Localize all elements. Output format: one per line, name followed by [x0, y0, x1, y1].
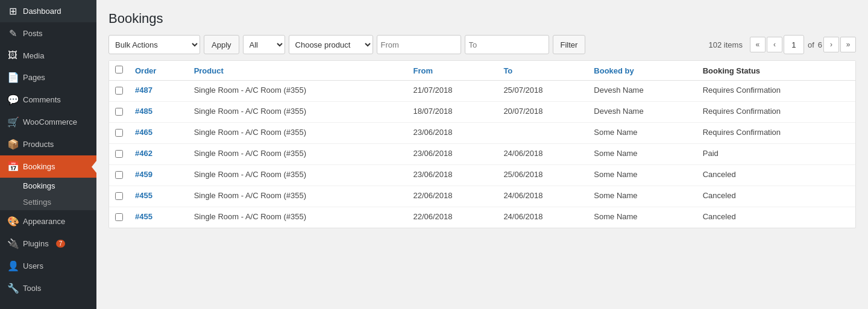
users-icon: 👤 [7, 260, 18, 272]
sidebar-item-users[interactable]: 👤 Users [0, 255, 96, 277]
sidebar: ⊞ Dashboard ✎ Posts 🖼 Media 📄 Pages 💬 Co… [0, 0, 96, 309]
page-title: Bookings [108, 11, 856, 27]
sidebar-item-label: Pages [23, 73, 45, 82]
row-checkbox[interactable] [109, 207, 129, 228]
from-date-input[interactable] [377, 35, 461, 54]
status-filter-select[interactable]: All [243, 35, 285, 54]
th-booked-by[interactable]: Booked by [588, 61, 696, 81]
woocommerce-icon: 🛒 [7, 116, 18, 128]
row-booked-by: Some Name [588, 186, 696, 207]
row-checkbox[interactable] [109, 165, 129, 186]
row-from: 23/06/2018 [407, 123, 497, 144]
sidebar-item-label: Plugins [23, 239, 49, 248]
row-booked-by: Some Name [588, 144, 696, 165]
table-row: #485 Single Room - A/C Room (#355) 18/07… [109, 102, 855, 123]
row-order: #459 [129, 165, 188, 186]
sidebar-bookings-submenu: Bookings Settings [0, 178, 96, 210]
th-product[interactable]: Product [188, 61, 407, 81]
row-checkbox[interactable] [109, 81, 129, 102]
sidebar-item-label: WooCommerce [23, 117, 77, 126]
row-order: #485 [129, 102, 188, 123]
table-row: #455 Single Room - A/C Room (#355) 22/06… [109, 186, 855, 207]
sidebar-item-tools[interactable]: 🔧 Tools [0, 277, 96, 299]
sidebar-item-label: Products [23, 140, 54, 149]
apply-button[interactable]: Apply [204, 35, 239, 54]
row-checkbox[interactable] [109, 102, 129, 123]
row-product: Single Room - A/C Room (#355) [188, 144, 407, 165]
sidebar-item-media[interactable]: 🖼 Media [0, 45, 96, 66]
total-pages: 6 [818, 40, 822, 49]
row-status: Requires Confirmation [697, 81, 855, 102]
sidebar-item-posts[interactable]: ✎ Posts [0, 22, 96, 45]
sidebar-item-bookings[interactable]: 📅 Bookings [0, 155, 96, 178]
sidebar-item-pages[interactable]: 📄 Pages [0, 66, 96, 89]
row-product: Single Room - A/C Room (#355) [188, 81, 407, 102]
th-to[interactable]: To [497, 61, 588, 81]
order-link[interactable]: #455 [135, 212, 153, 221]
row-product: Single Room - A/C Room (#355) [188, 207, 407, 228]
sidebar-item-products[interactable]: 📦 Products [0, 133, 96, 155]
row-from: 23/06/2018 [407, 144, 497, 165]
row-from: 22/06/2018 [407, 186, 497, 207]
row-to: 24/06/2018 [497, 144, 588, 165]
order-link[interactable]: #485 [135, 107, 153, 116]
page-number-input[interactable]: 1 [784, 35, 804, 54]
select-all-checkbox[interactable] [115, 66, 123, 73]
row-from: 21/07/2018 [407, 81, 497, 102]
sidebar-item-comments[interactable]: 💬 Comments [0, 89, 96, 111]
pages-icon: 📄 [7, 72, 18, 83]
products-icon: 📦 [7, 139, 18, 150]
sidebar-item-label: Users [23, 261, 43, 270]
sidebar-item-plugins[interactable]: 🔌 Plugins 7 [0, 233, 96, 255]
sidebar-item-label: Bookings [23, 162, 55, 171]
last-page-button[interactable]: » [840, 37, 856, 52]
bulk-actions-select[interactable]: Bulk Actions [108, 35, 200, 54]
next-page-button[interactable]: › [823, 37, 839, 52]
sidebar-subitem-label: Settings [23, 198, 51, 207]
row-product: Single Room - A/C Room (#355) [188, 123, 407, 144]
row-order: #487 [129, 81, 188, 102]
row-checkbox[interactable] [109, 186, 129, 207]
order-link[interactable]: #462 [135, 149, 153, 158]
order-link[interactable]: #455 [135, 191, 153, 200]
row-order: #465 [129, 123, 188, 144]
row-product: Single Room - A/C Room (#355) [188, 165, 407, 186]
filter-button[interactable]: Filter [553, 35, 586, 54]
comments-icon: 💬 [7, 94, 18, 105]
th-checkbox [109, 61, 129, 81]
row-checkbox[interactable] [109, 123, 129, 144]
row-from: 18/07/2018 [407, 102, 497, 123]
row-to: 25/07/2018 [497, 81, 588, 102]
sidebar-subitem-settings[interactable]: Settings [0, 194, 96, 210]
sidebar-item-woocommerce[interactable]: 🛒 WooCommerce [0, 111, 96, 133]
sidebar-item-dashboard[interactable]: ⊞ Dashboard [0, 0, 96, 22]
first-page-button[interactable]: « [750, 37, 766, 52]
row-to: 20/07/2018 [497, 102, 588, 123]
row-status: Paid [697, 144, 855, 165]
sidebar-subitem-bookings[interactable]: Bookings [0, 178, 96, 194]
th-order[interactable]: Order [129, 61, 188, 81]
row-booked-by: Some Name [588, 207, 696, 228]
row-booked-by: Some Name [588, 123, 696, 144]
row-status: Requires Confirmation [697, 123, 855, 144]
sidebar-item-appearance[interactable]: 🎨 Appearance [0, 210, 96, 233]
dashboard-icon: ⊞ [7, 5, 18, 17]
table-row: #462 Single Room - A/C Room (#355) 23/06… [109, 144, 855, 165]
prev-page-button[interactable]: ‹ [767, 37, 782, 52]
row-from: 22/06/2018 [407, 207, 497, 228]
toolbar: Bulk Actions Apply All Choose product Fi… [108, 35, 856, 54]
th-from[interactable]: From [407, 61, 497, 81]
row-status: Canceled [697, 186, 855, 207]
order-link[interactable]: #465 [135, 128, 153, 137]
main-content: Bookings Bulk Actions Apply All Choose p… [96, 0, 868, 309]
appearance-icon: 🎨 [7, 216, 18, 227]
order-link[interactable]: #459 [135, 170, 153, 179]
product-filter-select[interactable]: Choose product [289, 35, 373, 54]
to-date-input[interactable] [465, 35, 549, 54]
row-to: 25/06/2018 [497, 165, 588, 186]
table-header-row: Order Product From To Booked by [109, 61, 855, 81]
row-checkbox[interactable] [109, 144, 129, 165]
pagination-of: of [808, 40, 814, 49]
media-icon: 🖼 [7, 50, 18, 61]
order-link[interactable]: #487 [135, 86, 153, 95]
